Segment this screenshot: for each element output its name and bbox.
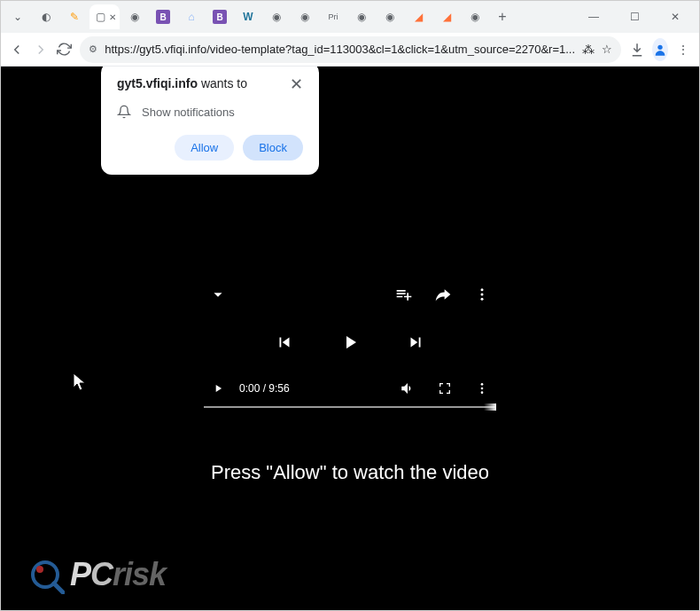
toolbar: ⚙ https://gyt5.vfiqi.info/video-template… <box>1 33 699 67</box>
profile-button[interactable] <box>652 38 668 61</box>
maximize-button[interactable]: ☐ <box>614 3 655 31</box>
tab-9[interactable]: ◉ <box>263 4 290 29</box>
video-player: 0:00 / 9:56 <box>204 284 496 408</box>
share-icon[interactable] <box>432 284 454 305</box>
watermark-text: PCrisk <box>70 556 166 593</box>
tab-active[interactable]: ▢✕ <box>89 4 120 29</box>
tab-14[interactable]: ◢ <box>405 4 432 29</box>
tab-1[interactable]: ◐ <box>33 4 59 29</box>
translate-icon[interactable]: ⁂ <box>582 43 595 57</box>
close-icon[interactable]: ✕ <box>290 76 303 92</box>
new-tab-button[interactable]: + <box>490 4 515 29</box>
cta-text: Press "Allow" to watch the video <box>211 461 489 484</box>
svg-point-2 <box>481 294 484 296</box>
time-display: 0:00 / 9:56 <box>239 382 290 395</box>
svg-point-1 <box>481 288 484 291</box>
svg-point-0 <box>657 44 662 49</box>
url-text: https://gyt5.vfiqi.info/video-template?t… <box>105 43 575 56</box>
allow-button[interactable]: Allow <box>175 135 234 161</box>
playlist-add-icon[interactable] <box>393 284 415 305</box>
watermark: PCrisk <box>26 555 166 594</box>
watermark-logo-icon <box>26 555 65 594</box>
svg-point-8 <box>36 566 43 573</box>
site-settings-icon[interactable]: ⚙ <box>89 43 97 55</box>
permission-label: Show notifications <box>142 106 235 119</box>
bell-icon <box>117 105 131 119</box>
minimize-button[interactable]: — <box>573 3 614 31</box>
tab-8[interactable]: W <box>235 4 261 29</box>
svg-point-5 <box>481 388 484 390</box>
skip-next-icon[interactable] <box>405 332 426 353</box>
tab-16[interactable]: ◉ <box>462 4 488 29</box>
progress-bar[interactable] <box>204 406 496 408</box>
tab-0[interactable]: ⌄ <box>4 4 31 29</box>
tab-4[interactable]: ◉ <box>121 4 148 29</box>
browser-window: ⌄ ◐ ✎ ▢✕ ◉ B ⌂ B W ◉ ◉ Pri ◉ ◉ ◢ ◢ ◉ + —… <box>0 0 700 611</box>
tab-5[interactable]: B <box>150 4 176 29</box>
svg-point-4 <box>481 383 484 386</box>
forward-button[interactable] <box>32 37 49 62</box>
tab-13[interactable]: ◉ <box>377 4 403 29</box>
svg-point-3 <box>481 298 484 301</box>
svg-point-6 <box>481 391 484 394</box>
tab-10[interactable]: ◉ <box>292 4 318 29</box>
prompt-title: gyt5.vfiqi.info wants to <box>117 76 247 90</box>
downloads-button[interactable] <box>628 37 645 62</box>
permission-prompt: gyt5.vfiqi.info wants to ✕ Show notifica… <box>101 67 319 175</box>
svg-line-9 <box>54 584 63 592</box>
tab-2[interactable]: ✎ <box>61 4 88 29</box>
tab-strip: ⌄ ◐ ✎ ▢✕ ◉ B ⌂ B W ◉ ◉ Pri ◉ ◉ ◢ ◢ ◉ + —… <box>1 1 699 33</box>
tab-6[interactable]: ⌂ <box>178 4 205 29</box>
skip-previous-icon[interactable] <box>274 332 295 353</box>
bookmark-icon[interactable]: ☆ <box>602 43 612 56</box>
tab-15[interactable]: ◢ <box>433 4 460 29</box>
reload-button[interactable] <box>56 37 73 62</box>
tab-12[interactable]: ◉ <box>348 4 375 29</box>
fullscreen-icon[interactable] <box>434 378 455 399</box>
play-button[interactable] <box>339 332 361 353</box>
page-content: gyt5.vfiqi.info wants to ✕ Show notifica… <box>1 67 699 610</box>
tab-11[interactable]: Pri <box>320 4 346 29</box>
menu-button[interactable]: ⋮ <box>675 37 692 62</box>
more-vert-icon-2[interactable] <box>471 378 493 399</box>
chevron-down-icon[interactable] <box>207 284 229 305</box>
block-button[interactable]: Block <box>243 135 303 161</box>
address-bar[interactable]: ⚙ https://gyt5.vfiqi.info/video-template… <box>80 36 621 63</box>
close-tab-icon[interactable]: ✕ <box>109 12 116 22</box>
close-window-button[interactable]: ✕ <box>655 3 696 31</box>
back-button[interactable] <box>8 37 25 62</box>
tab-7[interactable]: B <box>206 4 233 29</box>
more-vert-icon[interactable] <box>471 284 493 305</box>
play-small-icon[interactable] <box>207 378 229 399</box>
volume-icon[interactable] <box>397 378 418 399</box>
cursor-icon <box>74 373 88 393</box>
